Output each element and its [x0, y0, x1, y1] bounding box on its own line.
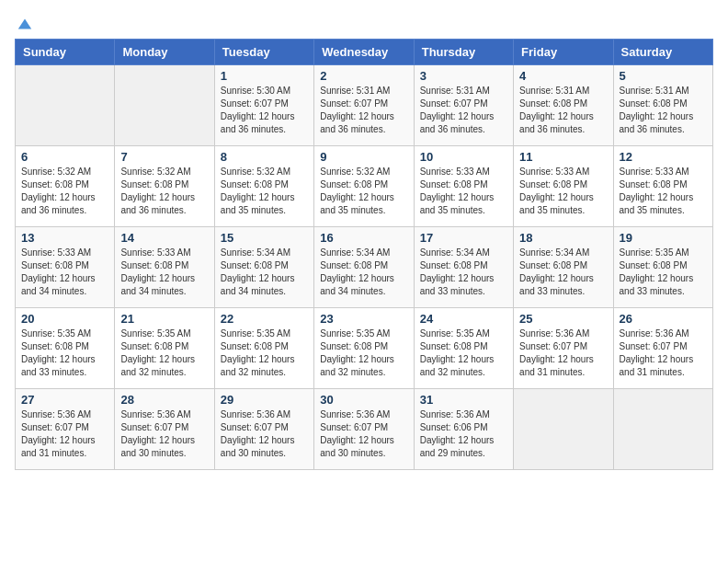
- weekday-header-thursday: Thursday: [414, 39, 513, 64]
- calendar-cell: 8Sunrise: 5:32 AM Sunset: 6:08 PM Daylig…: [214, 145, 313, 226]
- calendar-cell: 13Sunrise: 5:33 AM Sunset: 6:08 PM Dayli…: [16, 226, 115, 307]
- calendar-cell: [613, 388, 712, 469]
- day-detail: Sunrise: 5:33 AM Sunset: 6:08 PM Dayligh…: [120, 247, 208, 298]
- day-number: 19: [620, 231, 707, 245]
- day-number: 2: [320, 69, 407, 83]
- day-number: 22: [221, 312, 308, 326]
- day-detail: Sunrise: 5:33 AM Sunset: 6:08 PM Dayligh…: [21, 247, 108, 298]
- day-detail: Sunrise: 5:33 AM Sunset: 6:08 PM Dayligh…: [620, 166, 707, 217]
- calendar-cell: 18Sunrise: 5:34 AM Sunset: 6:08 PM Dayli…: [514, 226, 613, 307]
- calendar-cell: 6Sunrise: 5:32 AM Sunset: 6:08 PM Daylig…: [16, 145, 115, 226]
- day-detail: Sunrise: 5:35 AM Sunset: 6:08 PM Dayligh…: [120, 327, 208, 379]
- day-detail: Sunrise: 5:35 AM Sunset: 6:08 PM Dayligh…: [21, 327, 108, 379]
- day-number: 15: [221, 231, 308, 245]
- day-detail: Sunrise: 5:36 AM Sunset: 6:07 PM Dayligh…: [221, 408, 308, 460]
- day-detail: Sunrise: 5:35 AM Sunset: 6:08 PM Dayligh…: [221, 327, 308, 379]
- day-detail: Sunrise: 5:35 AM Sunset: 6:08 PM Dayligh…: [620, 247, 707, 298]
- day-detail: Sunrise: 5:34 AM Sunset: 6:08 PM Dayligh…: [420, 247, 507, 298]
- calendar-cell: 10Sunrise: 5:33 AM Sunset: 6:08 PM Dayli…: [414, 145, 513, 226]
- day-number: 29: [221, 393, 308, 407]
- calendar-cell: 27Sunrise: 5:36 AM Sunset: 6:07 PM Dayli…: [16, 388, 115, 469]
- day-detail: Sunrise: 5:34 AM Sunset: 6:08 PM Dayligh…: [519, 247, 607, 298]
- calendar-cell: 24Sunrise: 5:35 AM Sunset: 6:08 PM Dayli…: [414, 307, 513, 388]
- calendar-cell: 28Sunrise: 5:36 AM Sunset: 6:07 PM Dayli…: [115, 388, 214, 469]
- day-detail: Sunrise: 5:36 AM Sunset: 6:07 PM Dayligh…: [120, 408, 208, 460]
- day-detail: Sunrise: 5:33 AM Sunset: 6:08 PM Dayligh…: [519, 166, 607, 217]
- day-detail: Sunrise: 5:33 AM Sunset: 6:08 PM Dayligh…: [420, 166, 507, 217]
- day-detail: Sunrise: 5:34 AM Sunset: 6:08 PM Dayligh…: [320, 247, 407, 298]
- day-detail: Sunrise: 5:32 AM Sunset: 6:08 PM Dayligh…: [320, 166, 407, 217]
- day-number: 26: [620, 312, 707, 326]
- day-detail: Sunrise: 5:36 AM Sunset: 6:07 PM Dayligh…: [320, 408, 407, 460]
- day-detail: Sunrise: 5:36 AM Sunset: 6:07 PM Dayligh…: [21, 408, 108, 460]
- weekday-header-wednesday: Wednesday: [314, 39, 414, 64]
- calendar-cell: 15Sunrise: 5:34 AM Sunset: 6:08 PM Dayli…: [214, 226, 313, 307]
- calendar-cell: 22Sunrise: 5:35 AM Sunset: 6:08 PM Dayli…: [214, 307, 313, 388]
- calendar-cell: 11Sunrise: 5:33 AM Sunset: 6:08 PM Dayli…: [514, 145, 613, 226]
- logo-text: [15, 15, 33, 33]
- day-number: 7: [120, 150, 208, 164]
- weekday-header-sunday: Sunday: [16, 39, 115, 64]
- calendar-cell: [16, 64, 115, 145]
- day-detail: Sunrise: 5:34 AM Sunset: 6:08 PM Dayligh…: [221, 247, 308, 298]
- weekday-header-friday: Friday: [514, 39, 613, 64]
- calendar-cell: 21Sunrise: 5:35 AM Sunset: 6:08 PM Dayli…: [115, 307, 214, 388]
- day-number: 28: [120, 393, 208, 407]
- day-detail: Sunrise: 5:31 AM Sunset: 6:08 PM Dayligh…: [519, 85, 607, 136]
- day-detail: Sunrise: 5:31 AM Sunset: 6:07 PM Dayligh…: [320, 85, 407, 136]
- day-number: 4: [519, 69, 607, 83]
- calendar-cell: 4Sunrise: 5:31 AM Sunset: 6:08 PM Daylig…: [514, 64, 613, 145]
- weekday-header-monday: Monday: [115, 39, 214, 64]
- day-number: 18: [519, 231, 607, 245]
- day-detail: Sunrise: 5:31 AM Sunset: 6:07 PM Dayligh…: [420, 85, 507, 136]
- calendar-cell: 26Sunrise: 5:36 AM Sunset: 6:07 PM Dayli…: [613, 307, 712, 388]
- calendar-cell: 19Sunrise: 5:35 AM Sunset: 6:08 PM Dayli…: [613, 226, 712, 307]
- day-detail: Sunrise: 5:36 AM Sunset: 6:07 PM Dayligh…: [519, 327, 607, 379]
- calendar-cell: 17Sunrise: 5:34 AM Sunset: 6:08 PM Dayli…: [414, 226, 513, 307]
- day-number: 8: [221, 150, 308, 164]
- day-detail: Sunrise: 5:36 AM Sunset: 6:07 PM Dayligh…: [620, 327, 707, 379]
- day-number: 5: [620, 69, 707, 83]
- calendar-cell: 2Sunrise: 5:31 AM Sunset: 6:07 PM Daylig…: [314, 64, 414, 145]
- weekday-header-tuesday: Tuesday: [214, 39, 313, 64]
- calendar-cell: 14Sunrise: 5:33 AM Sunset: 6:08 PM Dayli…: [115, 226, 214, 307]
- weekday-header-saturday: Saturday: [613, 39, 712, 64]
- day-number: 14: [120, 231, 208, 245]
- logo: [15, 15, 33, 29]
- day-number: 10: [420, 150, 507, 164]
- calendar-cell: 12Sunrise: 5:33 AM Sunset: 6:08 PM Dayli…: [613, 145, 712, 226]
- day-detail: Sunrise: 5:35 AM Sunset: 6:08 PM Dayligh…: [320, 327, 407, 379]
- calendar-cell: 16Sunrise: 5:34 AM Sunset: 6:08 PM Dayli…: [314, 226, 414, 307]
- day-number: 17: [420, 231, 507, 245]
- calendar-cell: 3Sunrise: 5:31 AM Sunset: 6:07 PM Daylig…: [414, 64, 513, 145]
- day-number: 31: [420, 393, 507, 407]
- day-number: 1: [221, 69, 308, 83]
- calendar-cell: 7Sunrise: 5:32 AM Sunset: 6:08 PM Daylig…: [115, 145, 214, 226]
- calendar-cell: 5Sunrise: 5:31 AM Sunset: 6:08 PM Daylig…: [613, 64, 712, 145]
- calendar-cell: [115, 64, 214, 145]
- calendar-cell: 20Sunrise: 5:35 AM Sunset: 6:08 PM Dayli…: [16, 307, 115, 388]
- day-detail: Sunrise: 5:32 AM Sunset: 6:08 PM Dayligh…: [120, 166, 208, 217]
- day-number: 27: [21, 393, 108, 407]
- day-number: 25: [519, 312, 607, 326]
- day-number: 21: [120, 312, 208, 326]
- day-number: 23: [320, 312, 407, 326]
- day-detail: Sunrise: 5:35 AM Sunset: 6:08 PM Dayligh…: [420, 327, 507, 379]
- day-number: 24: [420, 312, 507, 326]
- day-detail: Sunrise: 5:30 AM Sunset: 6:07 PM Dayligh…: [221, 85, 308, 136]
- day-number: 11: [519, 150, 607, 164]
- svg-marker-0: [18, 19, 31, 29]
- calendar-cell: [514, 388, 613, 469]
- calendar-cell: 1Sunrise: 5:30 AM Sunset: 6:07 PM Daylig…: [214, 64, 313, 145]
- day-number: 3: [420, 69, 507, 83]
- day-number: 12: [620, 150, 707, 164]
- calendar-cell: 23Sunrise: 5:35 AM Sunset: 6:08 PM Dayli…: [314, 307, 414, 388]
- day-number: 13: [21, 231, 108, 245]
- calendar-cell: 29Sunrise: 5:36 AM Sunset: 6:07 PM Dayli…: [214, 388, 313, 469]
- calendar-cell: 25Sunrise: 5:36 AM Sunset: 6:07 PM Dayli…: [514, 307, 613, 388]
- calendar-cell: 9Sunrise: 5:32 AM Sunset: 6:08 PM Daylig…: [314, 145, 414, 226]
- day-number: 20: [21, 312, 108, 326]
- day-detail: Sunrise: 5:31 AM Sunset: 6:08 PM Dayligh…: [620, 85, 707, 136]
- day-number: 6: [21, 150, 108, 164]
- day-number: 9: [320, 150, 407, 164]
